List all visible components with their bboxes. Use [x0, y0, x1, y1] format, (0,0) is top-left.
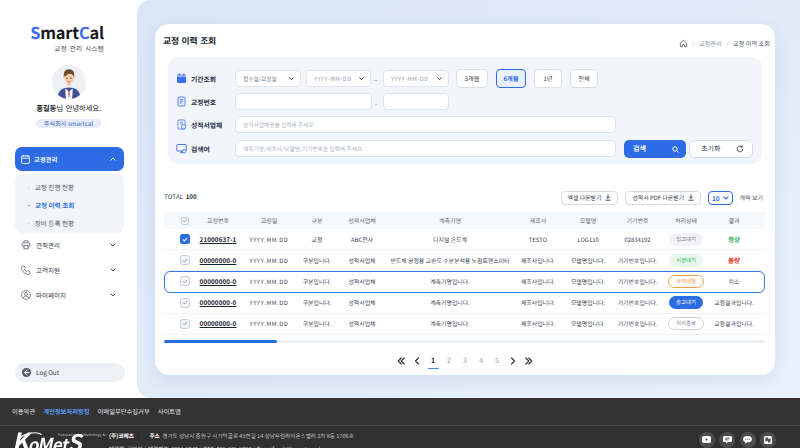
svg-text:Federation of Metrology & Serv: Federation of Metrology & Service: [58, 432, 107, 437]
